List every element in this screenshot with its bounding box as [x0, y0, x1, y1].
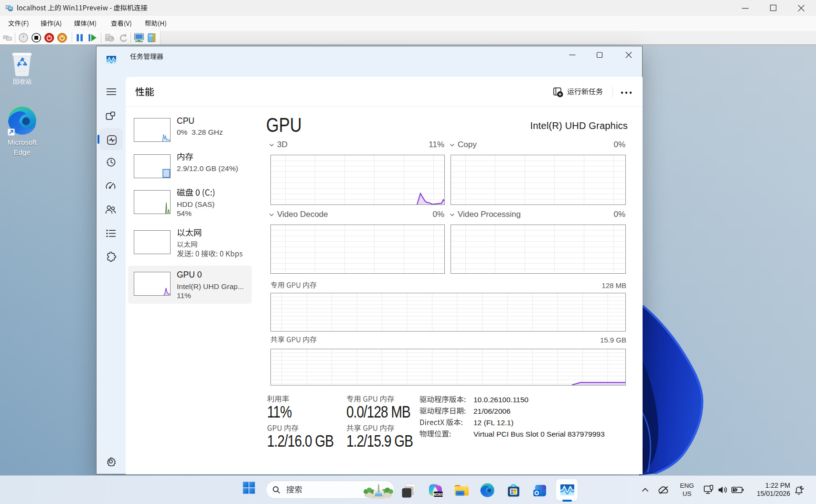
svg-text:M365: M365 — [433, 493, 443, 497]
